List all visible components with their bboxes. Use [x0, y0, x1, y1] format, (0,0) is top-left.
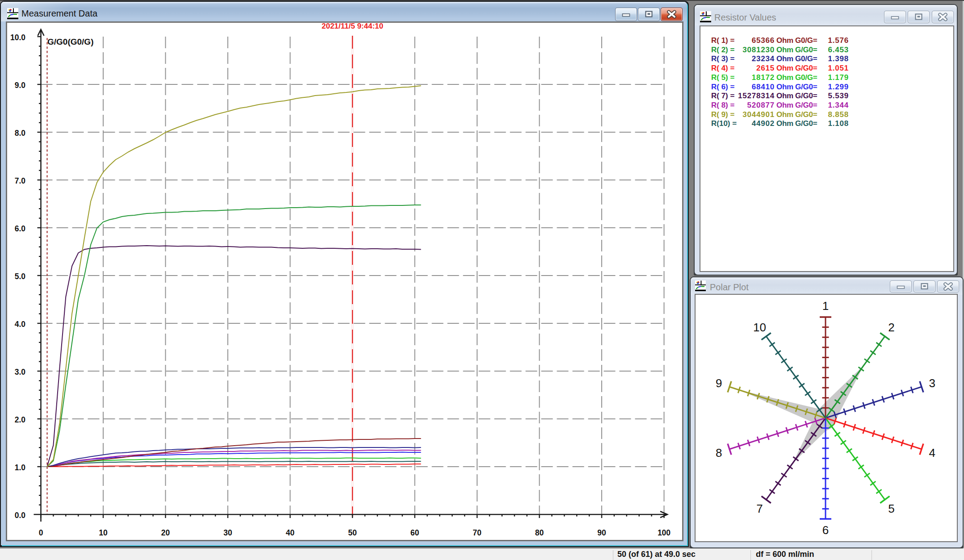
svg-text:7.0: 7.0: [15, 176, 26, 185]
svg-text:8: 8: [716, 446, 722, 460]
svg-text:5.0: 5.0: [15, 272, 26, 281]
svg-text:5: 5: [888, 502, 894, 515]
svg-text:2.0: 2.0: [15, 415, 26, 424]
svg-text:3: 3: [929, 376, 935, 390]
svg-text:4.0: 4.0: [15, 320, 26, 329]
svg-text:100: 100: [658, 528, 671, 537]
svg-text:40: 40: [286, 528, 295, 537]
svg-text:30: 30: [223, 528, 232, 537]
svg-text:3.0: 3.0: [15, 368, 26, 376]
svg-text:4: 4: [929, 446, 935, 460]
svg-text:10: 10: [753, 321, 766, 334]
svg-text:6.0: 6.0: [15, 224, 26, 233]
svg-text:1.0: 1.0: [15, 463, 26, 472]
svg-text:9: 9: [716, 376, 722, 390]
svg-text:7: 7: [756, 502, 763, 515]
svg-text:10: 10: [99, 528, 108, 537]
svg-text:70: 70: [473, 528, 482, 537]
svg-text:G/G0(G0/G): G/G0(G0/G): [47, 37, 93, 46]
svg-text:1: 1: [822, 299, 829, 313]
svg-text:9.0: 9.0: [15, 81, 26, 90]
svg-text:8.0: 8.0: [15, 129, 26, 138]
svg-text:0.0: 0.0: [15, 511, 26, 520]
svg-text:0: 0: [39, 528, 43, 537]
svg-text:6: 6: [822, 523, 829, 537]
svg-text:60: 60: [411, 528, 419, 537]
svg-text:2021/11/5 9:44:10: 2021/11/5 9:44:10: [322, 23, 383, 30]
svg-text:90: 90: [597, 528, 606, 537]
svg-text:50: 50: [348, 528, 357, 537]
svg-text:10.0: 10.0: [10, 33, 25, 42]
svg-text:80: 80: [535, 528, 544, 537]
svg-text:2: 2: [888, 321, 894, 334]
svg-text:20: 20: [161, 528, 170, 537]
